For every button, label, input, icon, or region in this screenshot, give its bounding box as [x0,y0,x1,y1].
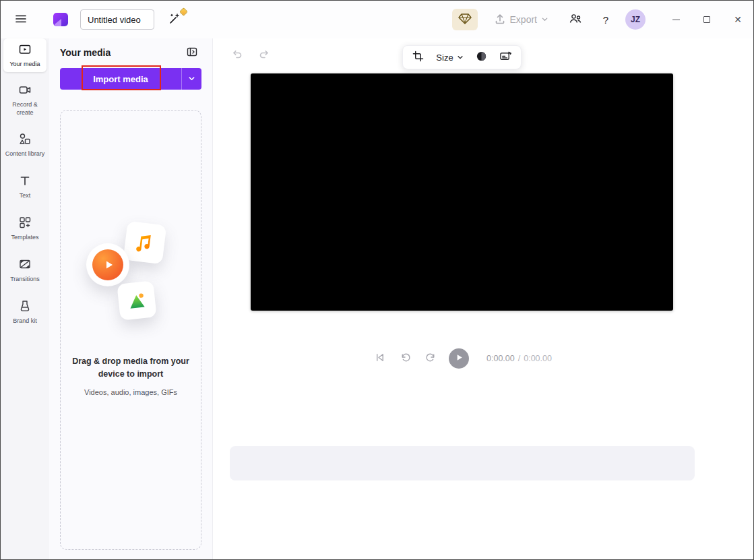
window-controls: ✕ [660,6,753,33]
import-media-dropdown-button[interactable] [181,68,201,90]
sidebar-item-templates[interactable]: Templates [3,211,46,246]
upgrade-gem-button[interactable] [452,9,478,30]
maximize-icon [703,16,710,23]
undo-icon [231,48,243,62]
editor-canvas: Size [213,38,753,559]
sidebar-item-label: Templates [11,234,38,241]
left-nav-rail: Your media Record & create Content libra… [1,38,49,559]
your-media-icon [18,42,32,58]
clipchamp-logo-icon [52,11,69,28]
time-display: 0:00.00 / 0:00.00 [486,354,552,363]
total-time: 0:00.00 [524,354,552,363]
shapes-icon [18,132,32,148]
sidebar-item-record-create[interactable]: Record & create [3,79,46,121]
magic-wand-icon [168,12,181,28]
play-media-icon [86,243,129,286]
captions-icon [499,51,511,64]
captions-button[interactable] [499,51,511,64]
rotate-back-icon [400,352,411,365]
avatar-initials: JZ [631,15,640,24]
size-dropdown[interactable]: Size [436,53,463,63]
play-icon [455,353,464,364]
crop-icon [412,51,424,64]
sidebar-item-content-library[interactable]: Content library [3,127,46,162]
color-filter-icon [476,51,487,64]
close-icon: ✕ [734,15,742,24]
sidebar-item-label: Content library [5,150,45,158]
export-chevron-icon [541,14,548,25]
dropzone-subtitle: Videos, audio, images, GIFs [84,388,177,396]
skip-to-start-button[interactable] [372,351,387,366]
window-maximize-button[interactable] [691,6,722,33]
jump-forward-button[interactable] [423,351,438,366]
camera-icon [18,83,32,98]
sidebar-item-label: Your media [9,61,40,68]
undo-button[interactable] [229,46,245,63]
export-label: Export [510,14,537,25]
top-bar: Export ? JZ ✕ [1,1,753,38]
help-button[interactable]: ? [596,7,616,32]
collapse-panel-icon [186,46,198,60]
chevron-down-icon [188,74,195,84]
image-icon [117,281,156,321]
chevron-down-icon [457,53,464,63]
minimize-icon [672,20,680,20]
gem-icon [458,13,472,27]
transitions-icon [18,257,32,273]
import-media-button[interactable]: Import media [60,68,181,90]
sidebar-item-label: Brand kit [13,317,37,325]
crop-button[interactable] [412,51,424,64]
user-avatar[interactable]: JZ [625,9,646,30]
time-separator: / [518,354,520,363]
sidebar-item-label: Transitions [10,276,40,283]
rotate-forward-icon [425,352,437,365]
hamburger-icon [14,12,28,28]
sidebar-item-brand-kit[interactable]: Brand kit [3,294,46,330]
media-dropzone[interactable]: Drag & drop media from your device to im… [60,110,201,550]
collaborate-button[interactable] [563,7,588,32]
filters-button[interactable] [476,51,487,64]
music-note-icon [123,221,167,265]
dropzone-illustration [84,223,178,324]
jump-back-button[interactable] [398,351,412,366]
video-preview [251,73,673,311]
collapse-panel-button[interactable] [183,44,201,61]
import-media-label: Import media [93,74,148,84]
sidebar-item-label: Record & create [3,101,46,117]
sidebar-item-transitions[interactable]: Transitions [3,253,46,288]
sidebar-item-text[interactable]: Text [3,169,46,204]
export-button[interactable]: Export [494,13,548,27]
timeline-track[interactable] [230,446,695,480]
video-title-input[interactable] [80,9,154,30]
current-time: 0:00.00 [486,354,515,363]
app-window: Export ? JZ ✕ [0,0,754,560]
templates-icon [18,216,32,231]
media-panel: Your media Import media [49,38,213,559]
dropzone-title: Drag & drop media from your device to im… [71,355,191,379]
sidebar-item-label: Text [20,192,31,199]
people-icon [569,12,582,28]
window-close-button[interactable]: ✕ [722,6,753,33]
sidebar-item-your-media[interactable]: Your media [3,38,46,72]
media-panel-title: Your media [60,47,111,58]
hamburger-menu-button[interactable] [9,7,33,32]
window-minimize-button[interactable] [660,6,691,33]
export-upload-icon [494,13,506,27]
text-icon [18,174,32,189]
preview-toolbar: Size [402,45,521,69]
skip-to-start-icon [374,352,385,365]
playback-controls: 0:00.00 / 0:00.00 [251,348,673,369]
play-button[interactable] [449,348,469,369]
size-label: Size [436,53,453,63]
question-mark-label: ? [603,14,608,26]
brand-kit-icon [18,299,32,315]
